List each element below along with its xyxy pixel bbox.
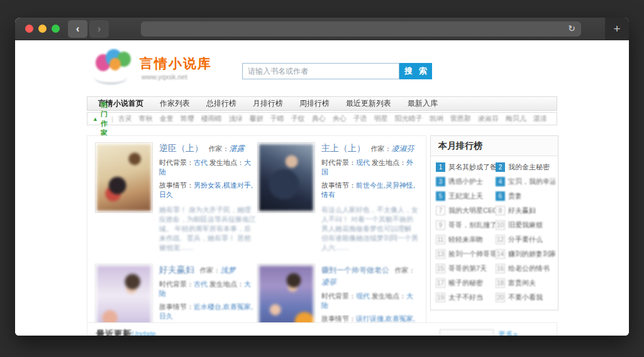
- era-link[interactable]: 古代: [194, 159, 208, 166]
- rank-badge: 14: [496, 249, 505, 259]
- nav-month-rank[interactable]: 月排行榜: [245, 98, 291, 109]
- author-tag[interactable]: 子纹: [291, 114, 305, 123]
- author-link[interactable]: 浅梦: [220, 266, 235, 275]
- author-tag[interactable]: 湛清: [533, 114, 547, 123]
- ranking-item[interactable]: 20不要小看我: [496, 290, 555, 305]
- nav-new-arrivals[interactable]: 最新入库: [399, 98, 446, 109]
- author-tag[interactable]: 雷恩那: [450, 114, 471, 123]
- author-tag[interactable]: 凌淑芬: [478, 114, 499, 123]
- rank-title: 轻轻来亲吻: [448, 235, 483, 244]
- nav-home[interactable]: 言情小说首页: [90, 98, 152, 109]
- nav-total-rank[interactable]: 总排行榜: [198, 98, 245, 109]
- author-tag[interactable]: 梅贝儿: [506, 114, 526, 123]
- recent-updates-panel: 最近更新Update 更多»: [87, 322, 557, 336]
- author-tag[interactable]: 明星: [374, 114, 388, 123]
- site-logo balloons-icon[interactable]: [91, 48, 132, 87]
- author-tag[interactable]: 寄秋: [139, 114, 153, 123]
- reload-icon[interactable]: ↻: [568, 23, 575, 33]
- rank-badge: 16: [496, 264, 505, 273]
- more-link[interactable]: 更多»: [498, 329, 518, 336]
- nav-authors[interactable]: 作家列表: [152, 98, 198, 109]
- author-link[interactable]: 凌菲: [321, 278, 336, 286]
- rank-badge: 4: [496, 177, 505, 186]
- era-link[interactable]: 现代: [356, 292, 370, 300]
- ranking-item[interactable]: 2我的金主秘密: [496, 160, 555, 174]
- rank-title: 我的大明星CEO: [448, 206, 496, 215]
- place-label: 发生地点：: [209, 159, 244, 166]
- author-tag[interactable]: 古灵: [118, 114, 132, 123]
- ranking-item[interactable]: 5王妃宠上天: [436, 189, 496, 203]
- forward-button[interactable]: ›: [89, 20, 109, 38]
- ranking-item[interactable]: 17猴子的秘密: [436, 276, 496, 290]
- book-title-link[interactable]: 逆臣（上）: [159, 143, 203, 153]
- plot-label: 故事情节：: [321, 315, 356, 322]
- minimize-window-button[interactable]: [38, 25, 47, 33]
- author-tag[interactable]: 典心: [312, 114, 326, 123]
- era-link[interactable]: 古代: [194, 280, 208, 288]
- era-label: 时代背景：: [321, 292, 356, 300]
- ranking-item[interactable]: 10旧爱我麻烦: [496, 218, 555, 232]
- author-tag[interactable]: 楼雨晴: [201, 114, 222, 123]
- author-tag[interactable]: 阳光晴子: [395, 114, 423, 123]
- author-label: 作家：: [370, 145, 391, 152]
- bottom-search-box[interactable]: [440, 329, 494, 336]
- author-link[interactable]: 湛露: [229, 144, 244, 153]
- main-area: 逆臣（上） 作家：湛露 时代背景：古代 发生地点：大陆 故事情节：男扮女装,棋逢…: [87, 135, 558, 336]
- ranking-item[interactable]: 14赚到的娇妻到家: [496, 247, 555, 261]
- author-link[interactable]: 凌淑芬: [391, 144, 414, 153]
- rank-badge: 8: [496, 206, 505, 215]
- book-title-link[interactable]: 赚到一个帅哥做老公: [321, 266, 389, 275]
- author-tag[interactable]: 于晴: [270, 114, 284, 123]
- ranking-item[interactable]: 9哥哥，别乱撞了: [436, 218, 496, 232]
- ranking-item[interactable]: 7我的大明星CEO: [436, 203, 496, 218]
- nav-recent-updates[interactable]: 最近更新列表: [338, 98, 399, 109]
- address-bar[interactable]: ↻: [141, 21, 581, 37]
- close-window-button[interactable]: [25, 25, 33, 33]
- rank-title: 捡到一个帅哥哥: [448, 249, 496, 259]
- book-title-link[interactable]: 好夫赢妇: [159, 264, 194, 275]
- author-tag[interactable]: 简璎: [180, 114, 194, 123]
- rank-badge: 20: [496, 293, 505, 302]
- book-title-link[interactable]: 主上（上）: [321, 143, 365, 153]
- ranking-item[interactable]: 1莫名其妙成了爸: [436, 160, 496, 174]
- site-title[interactable]: 言情小说库: [140, 55, 212, 72]
- ranking-item[interactable]: 16给老公的情书: [496, 261, 555, 276]
- author-tag[interactable]: 央心: [333, 114, 347, 123]
- book-cover[interactable]: [257, 142, 315, 213]
- place-label: 发生地点：: [372, 159, 406, 166]
- author-tag[interactable]: 金萱: [160, 114, 174, 123]
- ranking-item[interactable]: 15哥哥的第7天: [436, 261, 496, 276]
- author-tag[interactable]: 浅绿: [229, 114, 243, 123]
- back-button[interactable]: ‹: [68, 20, 87, 38]
- zoom-window-button[interactable]: [52, 25, 60, 33]
- rank-title: 太子不好当: [448, 293, 483, 302]
- rank-badge: 10: [496, 220, 505, 230]
- ranking-item[interactable]: 13捡到一个帅哥哥: [436, 247, 496, 261]
- rank-badge: 19: [436, 293, 445, 302]
- nav-week-rank[interactable]: 周排行榜: [291, 98, 338, 109]
- ranking-item[interactable]: 18富贵闲夫: [496, 276, 555, 290]
- ranking-item[interactable]: 4宝贝，我的幸运: [496, 174, 555, 189]
- era-link[interactable]: 现代: [356, 159, 370, 166]
- new-tab-button[interactable]: +: [605, 18, 629, 40]
- search-input[interactable]: [242, 63, 399, 79]
- ranking-list: 1莫名其妙成了爸 2我的金主秘密 3诱惑小护士 4宝贝，我的幸运 5王妃宠上天 …: [431, 156, 558, 310]
- rank-title: 给老公的情书: [508, 264, 550, 273]
- search-button[interactable]: 搜 索: [399, 63, 432, 79]
- browser-window: ‹ › ↻ + 言情小说库 www.yqxsk.net: [15, 18, 629, 336]
- ranking-item[interactable]: 8好夫赢妇: [496, 203, 555, 218]
- author-tag[interactable]: 凯琍: [430, 114, 443, 123]
- ranking-item[interactable]: 3诱惑小护士: [436, 174, 496, 189]
- era-label: 时代背景：: [321, 159, 356, 166]
- monthly-ranking-panel: 本月排行榜 1莫名其妙成了爸 2我的金主秘密 3诱惑小护士 4宝贝，我的幸运 5…: [430, 135, 558, 310]
- book-cover[interactable]: [95, 142, 153, 213]
- ranking-item[interactable]: 12分手要什么: [496, 232, 555, 247]
- rank-badge: 2: [496, 162, 505, 172]
- ranking-item[interactable]: 6贵妻: [496, 189, 555, 203]
- trend-up-icon: ▲: [92, 116, 98, 122]
- rank-badge: 5: [436, 191, 445, 201]
- author-tag[interactable]: 馨妍: [250, 114, 264, 123]
- ranking-item[interactable]: 11轻轻来亲吻: [436, 232, 496, 247]
- ranking-item[interactable]: 19太子不好当: [436, 290, 496, 305]
- author-tag[interactable]: 子语: [353, 114, 367, 123]
